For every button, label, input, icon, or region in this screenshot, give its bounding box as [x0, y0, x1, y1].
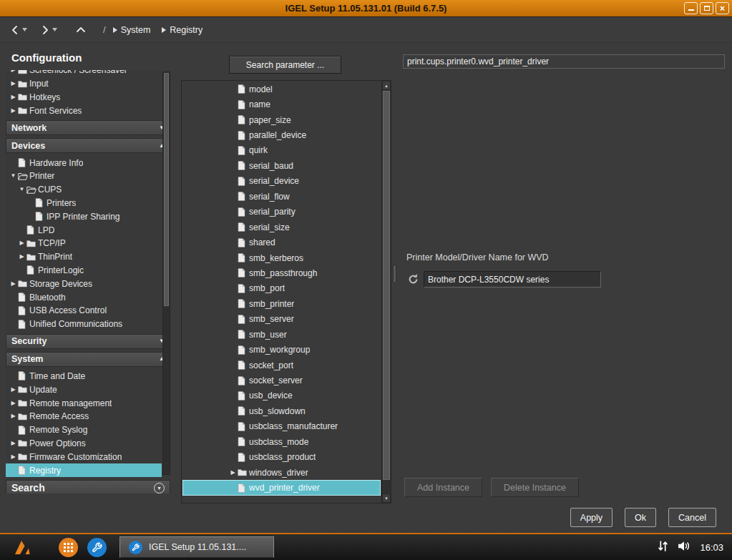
updown-arrows-icon[interactable] [658, 540, 668, 555]
sidebar-item-printers[interactable]: Printers [6, 197, 162, 210]
expand-arrow-icon[interactable]: ▶ [17, 254, 26, 260]
sidebar-section-security[interactable]: Security▼ [6, 334, 170, 349]
registry-param-shared[interactable]: shared [182, 235, 381, 250]
sidebar-item-hotkeys[interactable]: ▶Hotkeys [6, 91, 162, 104]
registry-param-usb-device[interactable]: usb_device [182, 388, 381, 403]
expand-arrow-icon[interactable]: ▶ [9, 94, 18, 100]
sidebar-item-font-services[interactable]: ▶Font Services [6, 104, 162, 117]
breadcrumb-system[interactable]: System [113, 25, 151, 35]
sidebar-item-bluetooth[interactable]: Bluetooth [6, 290, 162, 304]
cancel-button[interactable]: Cancel [668, 508, 716, 527]
registry-param-serial-device[interactable]: serial_device [182, 174, 381, 189]
sidebar-item-registry[interactable]: Registry [6, 463, 162, 477]
sidebar-item-firmware-customization[interactable]: ▶Firmware Customization [6, 450, 162, 463]
close-button[interactable]: × [716, 2, 729, 14]
taskbar-window-button[interactable]: IGEL Setup 11.05.131.... [119, 536, 274, 558]
registry-param-smb-user[interactable]: smb_user [182, 327, 381, 342]
sidebar-item-storage-devices[interactable]: ▶Storage Devices [6, 277, 162, 290]
sidebar-item-remote-access[interactable]: ▶Remote Access [6, 410, 162, 423]
apply-button[interactable]: Apply [570, 508, 613, 527]
reset-to-default-icon[interactable] [407, 273, 420, 286]
registry-scrollbar-thumb[interactable] [383, 91, 390, 480]
forward-history-caret-icon[interactable] [52, 28, 57, 31]
setup-launcher-button[interactable] [87, 538, 107, 557]
volume-icon[interactable] [678, 541, 690, 554]
search-parameter-button[interactable]: Search parameter ... [229, 56, 341, 74]
delete-instance-button[interactable]: Delete Instance [491, 478, 579, 497]
sidebar-item-lpd[interactable]: LPD [6, 223, 162, 237]
registry-param-usb-slowdown[interactable]: usb_slowdown [182, 403, 381, 418]
expand-arrow-icon[interactable]: ▶ [9, 441, 18, 446]
registry-param-windows-driver[interactable]: ▶windows_driver [182, 465, 381, 480]
sidebar-item-tcp-ip[interactable]: ▶TCP/IP [6, 237, 162, 250]
sidebar-item-remote-management[interactable]: ▶Remote management [6, 396, 162, 410]
expand-arrow-icon[interactable]: ▶ [17, 240, 26, 246]
registry-param-smb-kerberos[interactable]: smb_kerberos [182, 250, 381, 265]
back-button[interactable] [9, 22, 29, 38]
expand-arrow-icon[interactable]: ▶ [228, 470, 238, 476]
sidebar-scrollbar[interactable] [162, 72, 170, 475]
sidebar-section-search[interactable]: Search▼ [6, 480, 170, 493]
sidebar-section-network[interactable]: Network▼ [6, 120, 170, 135]
collapse-arrow-icon[interactable]: ▼ [9, 173, 18, 179]
registry-param-wvd-printer-driver[interactable]: wvd_printer_driver [182, 480, 381, 495]
collapse-arrow-icon[interactable]: ▼ [17, 187, 26, 192]
registry-param-paper-size[interactable]: paper_size [182, 112, 381, 127]
registry-tree-scrollbar[interactable]: ▲ ▼ [381, 81, 391, 503]
sidebar-section-devices[interactable]: Devices▲ [6, 138, 170, 153]
sidebar-item-power-options[interactable]: ▶Power Options [6, 437, 162, 451]
scroll-down-icon[interactable]: ▼ [382, 493, 391, 503]
sidebar-item-printerlogic[interactable]: PrinterLogic [6, 264, 162, 277]
up-button[interactable] [74, 22, 87, 38]
registry-param-parallel-device[interactable]: parallel_device [182, 127, 381, 142]
expand-arrow-icon[interactable]: ▶ [9, 454, 18, 460]
sidebar-scrollbar-thumb[interactable] [164, 73, 169, 306]
sidebar-section-system[interactable]: System▲ [6, 352, 170, 367]
registry-param-serial-size[interactable]: serial_size [182, 220, 381, 235]
sidebar-item-cups[interactable]: ▼CUPS [6, 183, 162, 197]
panel-splitter[interactable] [393, 265, 396, 283]
registry-param-usbclass-product[interactable]: usbclass_product [182, 450, 381, 465]
registry-param-serial-baud[interactable]: serial_baud [182, 158, 381, 173]
back-history-caret-icon[interactable] [22, 28, 27, 31]
wvd-printer-driver-input[interactable] [424, 271, 601, 288]
sidebar-item-thinprint[interactable]: ▶ThinPrint [6, 250, 162, 264]
minimize-button[interactable] [684, 2, 698, 14]
breadcrumb-registry[interactable]: Registry [162, 25, 202, 35]
registry-param-smb-workgroup[interactable]: smb_workgroup [182, 342, 381, 357]
expand-arrow-icon[interactable]: ▶ [9, 108, 18, 114]
registry-param-socket-port[interactable]: socket_port [182, 358, 381, 373]
expand-arrow-icon[interactable]: ▶ [9, 401, 18, 406]
registry-param-smb-printer[interactable]: smb_printer [182, 296, 381, 311]
registry-param-serial-flow[interactable]: serial_flow [182, 189, 381, 204]
expand-arrow-icon[interactable]: ▶ [9, 81, 18, 87]
sidebar-item-remote-syslog[interactable]: Remote Syslog [6, 423, 162, 437]
expand-arrow-icon[interactable]: ▶ [9, 413, 18, 419]
sidebar-item-input[interactable]: ▶Input [6, 77, 162, 91]
registry-param-serial-parity[interactable]: serial_parity [182, 205, 381, 220]
registry-param-name[interactable]: name [182, 97, 381, 112]
expand-arrow-icon[interactable]: ▶ [9, 281, 18, 287]
taskbar-clock[interactable]: 16:03 [700, 542, 723, 553]
registry-param-smb-port[interactable]: smb_port [182, 281, 381, 296]
sidebar-item-hardware-info[interactable]: Hardware Info [6, 156, 162, 170]
sidebar-item-ipp-printer-sharing[interactable]: IPP Printer Sharing [6, 210, 162, 223]
igel-menu-button[interactable] [13, 539, 31, 556]
expand-arrow-icon[interactable]: ▶ [9, 387, 18, 393]
registry-param-smb-passthrough[interactable]: smb_passthrough [182, 265, 381, 280]
registry-param-smb-server[interactable]: smb_server [182, 312, 381, 327]
registry-param-usbclass-mode[interactable]: usbclass_mode [182, 434, 381, 449]
sidebar-item-update[interactable]: ▶Update [6, 383, 162, 396]
maximize-button[interactable] [700, 2, 713, 14]
sidebar-item-time-and-date[interactable]: Time and Date [6, 370, 162, 383]
expand-arrow-icon[interactable]: ▶ [9, 70, 18, 73]
sidebar-item-usb-access-control[interactable]: USB Access Control [6, 304, 162, 318]
registry-param-socket-server[interactable]: socket_server [182, 373, 381, 388]
registry-param-quirk[interactable]: quirk [182, 143, 381, 158]
registry-param-usbclass-manufacturer[interactable]: usbclass_manufacturer [182, 419, 381, 434]
forward-button[interactable] [39, 22, 59, 38]
ok-button[interactable]: Ok [625, 508, 656, 527]
scroll-up-icon[interactable]: ▲ [382, 81, 391, 90]
registry-param-model[interactable]: model [182, 82, 381, 97]
sidebar-item-printer[interactable]: ▼Printer [6, 170, 162, 183]
